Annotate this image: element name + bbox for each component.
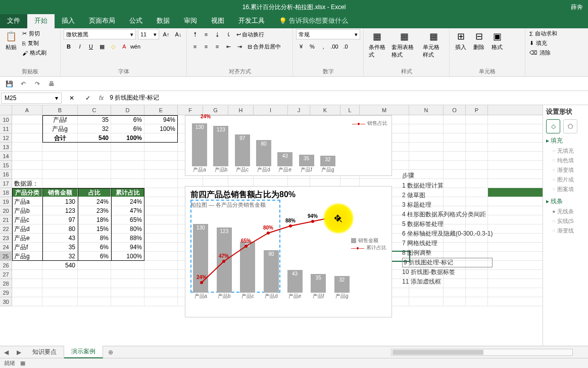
col-header-N[interactable]: N (409, 105, 444, 115)
col-header-L[interactable]: L (340, 105, 360, 115)
tab-insert[interactable]: 插入 (55, 13, 82, 28)
row-header-29[interactable]: 29 (0, 288, 12, 297)
row-header-22[interactable]: 22 (0, 224, 12, 234)
name-box[interactable]: M25▾ (1, 93, 62, 104)
col-header-E[interactable]: E (144, 105, 178, 115)
row-header-11[interactable]: 11 (0, 124, 12, 133)
col-header-J[interactable]: J (288, 105, 310, 115)
line-option[interactable]: 渐变线 (546, 226, 585, 236)
tab-formulas[interactable]: 公式 (122, 13, 150, 28)
table-format-button[interactable]: ▦套用表格格式 (389, 29, 419, 60)
insert-cells-button[interactable]: ⊞插入 (453, 29, 469, 52)
col-header-D[interactable]: D (111, 105, 144, 115)
col-header-C[interactable]: C (78, 105, 111, 115)
fill-color-button[interactable]: ◇ (108, 41, 118, 52)
align-top-button[interactable]: ⭱ (190, 29, 200, 39)
fill-line-tab[interactable]: ◇ (546, 119, 560, 133)
indent-dec-button[interactable]: ⇤ (223, 41, 233, 52)
tab-review[interactable]: 审阅 (177, 13, 204, 28)
add-sheet-button[interactable]: ⊕ (103, 349, 118, 356)
font-size-select[interactable]: 11▾ (138, 29, 159, 39)
chart-pareto[interactable]: 前四产品总销售额占比为80% 柏拉图 — 各产品分类销售金额 130123978… (185, 186, 392, 317)
cancel-formula-button[interactable]: ✕ (67, 93, 77, 103)
increase-decimal-button[interactable]: .00 (329, 41, 339, 52)
tab-developer[interactable]: 开发工具 (231, 13, 272, 28)
effects-tab[interactable]: ⬠ (563, 119, 577, 133)
sheet-nav-next[interactable]: ▶ (13, 349, 25, 356)
indent-inc-button[interactable]: ⇥ (234, 41, 244, 52)
bold-button[interactable]: B (64, 41, 74, 52)
line-option[interactable]: 实线(S (546, 216, 585, 226)
delete-cells-button[interactable]: ⊟删除 (471, 29, 487, 52)
fill-option[interactable]: 纯色填 (546, 156, 585, 165)
copy-button[interactable]: ⎘复制 (21, 39, 47, 48)
line-option[interactable]: 无线条 (546, 207, 585, 216)
row-header-21[interactable]: 21 (0, 215, 12, 224)
phonetic-button[interactable]: wén (130, 41, 140, 52)
row-header-12[interactable]: 12 (0, 133, 12, 143)
align-right-button[interactable]: ≡ (212, 41, 222, 52)
tab-view[interactable]: 视图 (204, 13, 231, 28)
row-header-14[interactable]: 14 (0, 152, 12, 161)
percent-button[interactable]: % (307, 41, 317, 52)
macro-record-icon[interactable]: ▦ (20, 360, 25, 366)
row-header-16[interactable]: 16 (0, 170, 12, 179)
row-header-20[interactable]: 20 (0, 206, 12, 215)
sheet-nav-prev[interactable]: ◀ (0, 349, 13, 356)
tell-me[interactable]: 💡 告诉我你想要做什么 (272, 13, 355, 28)
merge-center-button[interactable]: ⊟合并后居中 (246, 41, 283, 52)
align-left-button[interactable]: ≡ (190, 41, 200, 52)
orientation-button[interactable]: ⤹ (223, 29, 233, 39)
cell-styles-button[interactable]: ▦单元格样式 (421, 29, 446, 60)
select-all-corner[interactable] (0, 105, 12, 115)
row-header-30[interactable]: 30 (0, 297, 12, 306)
fill-button[interactable]: ⬇填充 (528, 39, 558, 48)
font-name-select[interactable]: 微软雅黑▾ (64, 29, 136, 39)
row-header-24[interactable]: 24 (0, 243, 12, 252)
italic-button[interactable]: I (75, 41, 85, 52)
currency-button[interactable]: ¥ (296, 41, 306, 52)
fill-option[interactable]: 无填充 (546, 146, 585, 156)
comma-button[interactable]: , (318, 41, 328, 52)
tab-page-layout[interactable]: 页面布局 (82, 13, 122, 28)
cut-button[interactable]: ✂剪切 (21, 29, 47, 38)
row-header-19[interactable]: 19 (0, 197, 12, 206)
wrap-text-button[interactable]: ↩自动换行 (234, 29, 266, 39)
col-header-M[interactable]: M (360, 105, 409, 115)
conditional-format-button[interactable]: ▦条件格式 (367, 29, 387, 60)
fill-option[interactable]: 图片或 (546, 175, 585, 185)
formula-text[interactable]: 9 折线图处理-标记 (110, 94, 584, 102)
print-button[interactable]: 🖶 (46, 79, 57, 89)
col-header-K[interactable]: K (310, 105, 340, 115)
row-header-17[interactable]: 17 (0, 179, 12, 188)
format-shape-pane[interactable]: 设置形状 ◇ ⬠ ▸ 填充 无填充纯色填渐变填图片或图案填 ▸ 线条 无线条实线… (543, 105, 588, 346)
chart-sales-ratio[interactable]: —●—销售占比 24% 1301239780433532 产品a产品b产品c产品… (185, 115, 392, 176)
fill-section[interactable]: ▸ 填充 (546, 136, 585, 145)
tab-data[interactable]: 数据 (150, 13, 177, 28)
row-header-25[interactable]: 25 (0, 252, 12, 261)
line-section[interactable]: ▸ 线条 (546, 197, 585, 206)
undo-button[interactable]: ↶ (18, 79, 28, 89)
sheet-tab-demo[interactable]: 演示案例 (64, 346, 103, 358)
horizontal-scrollbar[interactable] (391, 349, 573, 356)
number-format-select[interactable]: 常规▾ (296, 29, 360, 39)
fx-icon[interactable]: fx (99, 95, 104, 102)
col-header-H[interactable]: H (228, 105, 254, 115)
row-header-10[interactable]: 10 (0, 115, 12, 124)
redo-button[interactable]: ↷ (32, 79, 42, 89)
col-header-B[interactable]: B (42, 105, 78, 115)
save-button[interactable]: 💾 (4, 79, 14, 89)
tab-file[interactable]: 文件 (0, 13, 27, 28)
col-header-I[interactable]: I (254, 105, 288, 115)
col-header-P[interactable]: P (466, 105, 488, 115)
row-header-15[interactable]: 15 (0, 161, 12, 170)
col-header-O[interactable]: O (444, 105, 466, 115)
decrease-font-button[interactable]: A↓ (173, 29, 183, 39)
fill-option[interactable]: 图案填 (546, 185, 585, 194)
format-painter-button[interactable]: 🖌格式刷 (21, 49, 47, 57)
align-center-button[interactable]: ≡ (201, 41, 211, 52)
col-header-F[interactable]: F (178, 105, 203, 115)
tab-home[interactable]: 开始 (27, 13, 55, 28)
row-header-27[interactable]: 27 (0, 270, 12, 279)
col-header-A[interactable]: A (12, 105, 42, 115)
